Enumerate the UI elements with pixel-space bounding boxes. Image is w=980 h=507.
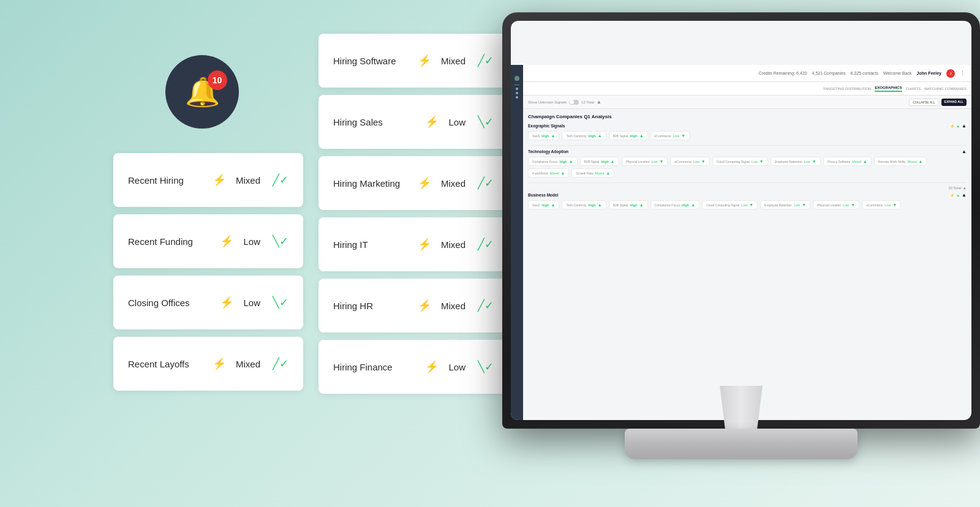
chip-physical-loc[interactable]: Physical Location Low ▼ — [622, 157, 668, 166]
chip-saas-2[interactable]: SaaS High ▲ — [528, 200, 559, 209]
chip-privacy[interactable]: Privacy Software Mixed ▲ — [823, 157, 872, 166]
bolt-icon: ⚡ — [220, 296, 233, 309]
trend-down-icon: ▼ — [812, 159, 816, 163]
sub-nav: Show Unknown Signals 12 Total ▲ COLLAPSE… — [523, 96, 971, 109]
trend-down-icon: ▼ — [701, 159, 706, 163]
monitor-base — [625, 429, 858, 459]
chip-value: High — [559, 160, 567, 163]
trend-mixed-icon: ▲ — [918, 159, 922, 163]
chip-value: High — [682, 203, 689, 207]
chip-tech-centricity[interactable]: Tech-Centricity High ▲ — [562, 131, 606, 140]
chip-name: Physical Location — [817, 203, 841, 207]
card-label: Recent Funding — [128, 236, 213, 247]
tab-charts[interactable]: CHARTS — [906, 87, 921, 91]
chip-employee-2[interactable]: Employee Retention Low ▼ — [760, 200, 810, 209]
chevron-icon[interactable]: ▲ — [962, 123, 967, 129]
card-hiring-sales[interactable]: Hiring Sales ⚡ Low ╲✓ — [318, 95, 508, 149]
chip-compliance-2[interactable]: Compliance Focus High ▲ — [650, 200, 700, 209]
chip-physical-2[interactable]: Physical Location Low ▼ — [813, 200, 859, 209]
notification-bell-container: 🔔 10 — [165, 55, 239, 129]
card-hiring-software[interactable]: Hiring Software ⚡ Mixed ╱✓ — [318, 34, 508, 88]
chip-ecommerce-3[interactable]: eCommerce Low ▼ — [862, 200, 901, 209]
card-value: Low — [448, 117, 466, 127]
collapse-all-button[interactable]: COLLAPSE ALL — [909, 99, 938, 106]
chip-ecommerce[interactable]: eCommerce Low ▼ — [650, 131, 690, 140]
card-hiring-it[interactable]: Hiring IT ⚡ Mixed ╱✓ — [318, 217, 508, 271]
trend-down-icon: ▼ — [681, 133, 685, 138]
chip-name: Growth Rate — [576, 171, 593, 175]
tab-targeting[interactable]: TARGETING DISTRIBUTION — [823, 87, 872, 91]
chart-icon: ╱✓ — [478, 238, 494, 251]
chevron-icon-2[interactable]: ▲ — [962, 192, 967, 198]
trend-down-icon: ▼ — [802, 203, 806, 207]
chip-saas[interactable]: SaaS High ▲ — [528, 131, 559, 140]
welcome-text: Welcome Back — [883, 71, 912, 75]
expand-icon: ▲ — [597, 99, 601, 105]
chip-ecommerce-2[interactable]: eCommerce Low ▼ — [670, 157, 709, 166]
chart-icon: ╱✓ — [478, 299, 494, 312]
show-unknown-label: Show Unknown Signals — [528, 100, 567, 104]
chip-b2b-2[interactable]: B2B Signal High ▲ — [580, 157, 619, 166]
bolt-icon: ⚡ — [418, 299, 431, 312]
card-value: Mixed — [441, 56, 466, 66]
chip-growth[interactable]: Growth Rate Mixed ▲ — [571, 168, 614, 178]
chip-workforce[interactable]: # workforce Mixed ▲ — [528, 168, 569, 178]
chip-tech-2[interactable]: Tech-Centricity High ▲ — [562, 200, 606, 209]
chip-compliance[interactable]: Compliance Focus High ▲ — [528, 157, 578, 166]
user-avatar[interactable]: J — [946, 69, 955, 78]
chart-icon: ╲✓ — [273, 296, 288, 309]
card-value: Low — [448, 362, 466, 372]
total-count-label: 10 Total — [948, 186, 961, 190]
chip-name: B2B Signal — [613, 203, 628, 207]
chip-b2b-3[interactable]: B2B Signal High ▲ — [609, 200, 648, 209]
tab-exographics[interactable]: EXOGRAPHICS — [875, 86, 902, 92]
section-header: Business Model ⚡ ▲ ▲ — [528, 192, 967, 198]
chip-cloud[interactable]: Cloud Computing Signal Low ▼ — [712, 157, 768, 166]
card-label: Hiring IT — [333, 239, 410, 250]
card-label: Hiring Software — [333, 56, 410, 66]
card-recent-hiring[interactable]: Recent Hiring ⚡ Mixed ╱✓ — [113, 153, 303, 207]
unknown-signals-toggle: Show Unknown Signals 12 Total ▲ — [528, 99, 601, 105]
chip-name: Privacy Software — [827, 160, 851, 163]
card-value: Mixed — [236, 175, 260, 186]
chip-value: High — [541, 134, 549, 138]
card-hiring-marketing[interactable]: Hiring Marketing ⚡ Mixed ╱✓ — [318, 156, 508, 210]
bolt-icon: ⚡ — [425, 360, 439, 374]
contacts-info: 8,325 contacts — [850, 71, 878, 75]
business-model-chips: SaaS High ▲ Tech-Centricity High ▲ — [528, 200, 967, 209]
chip-cloud-2[interactable]: Cloud Computing Signal Low ▼ — [702, 200, 758, 209]
card-hiring-finance[interactable]: Hiring Finance ⚡ Low ╲✓ — [318, 340, 508, 394]
chip-remote[interactable]: Remote Work Ability Mixed ▲ — [874, 157, 927, 166]
divider — [528, 145, 967, 146]
chip-employee-retention[interactable]: Employee Retention Low ▼ — [771, 157, 821, 166]
bell-icon: 🔔 10 — [185, 75, 220, 108]
trend-up-icon: ▲ — [639, 133, 644, 138]
card-hiring-hr[interactable]: Hiring HR ⚡ Mixed ╱✓ — [318, 279, 508, 332]
trend-mixed-icon: ▲ — [561, 171, 565, 175]
tab-matching[interactable]: MATCHING COMPANIES — [924, 87, 967, 91]
chip-name: eCommerce — [655, 134, 671, 138]
chip-value: Low — [843, 203, 849, 207]
chip-b2b[interactable]: B2B Signal High ▲ — [609, 131, 648, 140]
chip-name: # workforce — [532, 171, 548, 175]
chevron-icon[interactable]: ▲ — [962, 149, 967, 154]
more-options-icon[interactable]: ⋮ — [960, 70, 965, 77]
chart-icon: ╱✓ — [478, 176, 494, 190]
card-recent-layoffs[interactable]: Recent Layoffs ⚡ Mixed ╱✓ — [113, 337, 303, 391]
toggle-switch[interactable] — [569, 100, 579, 105]
notification-badge: 10 — [208, 70, 227, 90]
chip-value: High — [630, 203, 637, 207]
chip-value: Mixed — [595, 171, 605, 175]
companies-info: 4,521 Companies — [812, 71, 846, 75]
chip-value: Low — [693, 160, 699, 163]
chevron-icon[interactable]: ▲ — [963, 186, 967, 190]
expand-all-button[interactable]: EXPAND ALL — [941, 99, 967, 106]
section-name: Business Model — [528, 193, 558, 197]
credits-info: Credits Remaining: 6,420 — [759, 71, 807, 75]
card-label: Hiring Marketing — [333, 178, 410, 189]
section-name: Exographic Signals — [528, 124, 565, 128]
card-recent-funding[interactable]: Recent Funding ⚡ Low ╲✓ — [113, 214, 303, 268]
card-closing-offices[interactable]: Closing Offices ⚡ Low ╲✓ — [113, 276, 303, 329]
view-controls: COLLAPSE ALL EXPAND ALL — [909, 99, 967, 106]
section-controls: ⚡ ▲ ▲ — [950, 192, 967, 198]
